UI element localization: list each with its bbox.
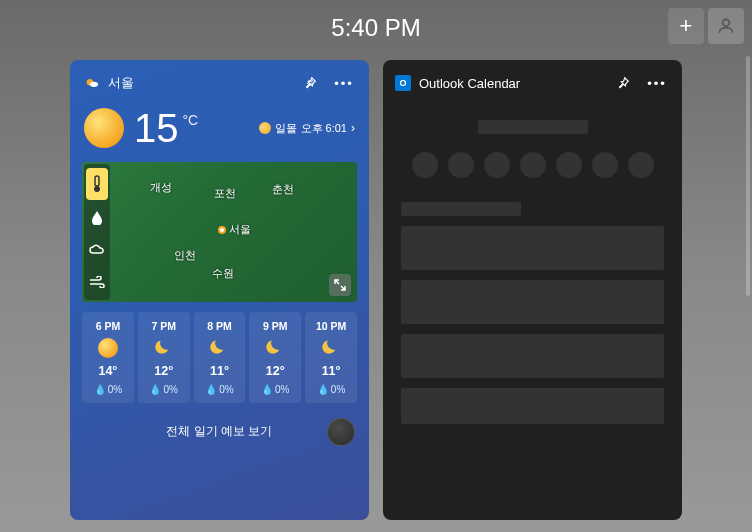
hour-temp: 11°	[322, 364, 341, 378]
expand-icon	[334, 279, 346, 291]
hour-col[interactable]: 10 PM 11° 💧0%	[305, 312, 357, 403]
skeleton-pill	[448, 152, 474, 178]
hour-col[interactable]: 9 PM 12° 💧0%	[249, 312, 301, 403]
hour-temp: 11°	[210, 364, 229, 378]
hour-temp: 12°	[154, 364, 173, 378]
svg-point-4	[94, 186, 100, 192]
top-bar: 5:40 PM +	[0, 0, 752, 56]
pin-icon	[616, 76, 630, 90]
skeleton-block	[401, 388, 664, 424]
hour-temp: 12°	[266, 364, 285, 378]
map-label-pocheon: 포천	[214, 186, 236, 201]
chevron-right-icon: ›	[351, 121, 355, 135]
skeleton-block	[401, 334, 664, 378]
outlook-header: O Outlook Calendar •••	[383, 60, 682, 106]
map-label-suwon: 수원	[212, 266, 234, 281]
drop-icon	[91, 211, 103, 225]
hour-label: 6 PM	[96, 320, 121, 332]
drop-icon: 💧	[94, 384, 106, 395]
hour-rain: 💧0%	[94, 384, 122, 395]
drop-icon: 💧	[261, 384, 273, 395]
skeleton-line	[401, 202, 521, 216]
add-widget-button[interactable]: +	[668, 8, 704, 44]
skeleton-block	[401, 226, 664, 270]
outlook-icon: O	[395, 75, 411, 91]
cloud-icon	[89, 244, 105, 256]
hour-label: 7 PM	[151, 320, 176, 332]
skeleton-block	[401, 280, 664, 324]
thermometer-icon	[91, 175, 103, 193]
hour-label: 10 PM	[316, 320, 346, 332]
full-forecast-link[interactable]: 전체 일기 예보 보기	[84, 413, 355, 450]
pin-button[interactable]	[297, 70, 323, 96]
pin-button[interactable]	[610, 70, 636, 96]
current-weather: 15 °C 일몰 오후 6:01 ›	[70, 104, 369, 156]
drop-icon: 💧	[205, 384, 217, 395]
wind-icon	[89, 276, 105, 288]
skeleton-pill	[628, 152, 654, 178]
sunset-icon	[259, 122, 271, 134]
scrollbar[interactable]	[746, 56, 750, 296]
map-label-gaeseong: 개성	[150, 180, 172, 195]
map-expand-button[interactable]	[329, 274, 351, 296]
hour-label: 9 PM	[263, 320, 288, 332]
hour-temp: 14°	[98, 364, 117, 378]
sunset-label: 일몰 오후 6:01	[275, 121, 347, 136]
outlook-title: Outlook Calendar	[419, 76, 602, 91]
top-buttons: +	[668, 8, 744, 44]
provider-avatar[interactable]	[327, 418, 355, 446]
weather-map[interactable]: 개성 포천 춘천 서울 인천 수원	[82, 162, 357, 302]
hour-col[interactable]: 8 PM 11° 💧0%	[194, 312, 246, 403]
skeleton-pill	[484, 152, 510, 178]
more-button[interactable]: •••	[644, 70, 670, 96]
hour-label: 8 PM	[207, 320, 232, 332]
hour-rain: 💧0%	[317, 384, 345, 395]
more-button[interactable]: •••	[331, 70, 357, 96]
hour-rain: 💧0%	[261, 384, 289, 395]
sun-icon	[98, 338, 118, 358]
map-marker-icon	[218, 226, 226, 234]
hour-col[interactable]: 7 PM 12° 💧0%	[138, 312, 190, 403]
location-label: 서울	[108, 74, 289, 92]
skeleton-pill	[412, 152, 438, 178]
clock-time: 5:40 PM	[331, 14, 420, 42]
map-label-seoul: 서울	[229, 222, 251, 237]
map-tab-precipitation[interactable]	[84, 202, 110, 234]
moon-icon	[265, 338, 285, 358]
svg-point-2	[90, 82, 98, 87]
temp-unit: °C	[183, 112, 199, 128]
hourly-forecast: 6 PM 14° 💧0% 7 PM 12° 💧0% 8 PM 11° 💧0% 9…	[70, 308, 369, 403]
skeleton-pill	[592, 152, 618, 178]
plus-icon: +	[680, 13, 693, 39]
map-layer-tabs	[84, 164, 110, 300]
map-tab-cloud[interactable]	[84, 234, 110, 266]
person-icon	[716, 16, 736, 36]
drop-icon: 💧	[317, 384, 329, 395]
full-forecast-label: 전체 일기 예보 보기	[166, 423, 272, 440]
ellipsis-icon: •••	[647, 76, 667, 91]
widgets-panel: 서울 ••• 15 °C 일몰 오후 6:01 ›	[0, 56, 752, 520]
temperature: 15 °C	[134, 108, 198, 148]
moon-icon	[209, 338, 229, 358]
skeleton-day-pills	[401, 134, 664, 192]
map-label-chuncheon: 춘천	[272, 182, 294, 197]
map-marker-seoul: 서울	[218, 222, 251, 237]
svg-point-0	[723, 19, 730, 26]
skeleton-pill	[520, 152, 546, 178]
map-tab-wind[interactable]	[84, 266, 110, 298]
weather-widget: 서울 ••• 15 °C 일몰 오후 6:01 ›	[70, 60, 369, 520]
weather-header: 서울 •••	[70, 60, 369, 104]
outlook-calendar-widget: O Outlook Calendar •••	[383, 60, 682, 520]
ellipsis-icon: •••	[334, 76, 354, 91]
drop-icon: 💧	[149, 384, 161, 395]
hour-rain: 💧0%	[205, 384, 233, 395]
map-label-incheon: 인천	[174, 248, 196, 263]
moon-icon	[154, 338, 174, 358]
temp-value: 15	[134, 108, 179, 148]
hour-rain: 💧0%	[149, 384, 177, 395]
map-tab-temperature[interactable]	[86, 168, 108, 200]
profile-button[interactable]	[708, 8, 744, 44]
weather-icon	[84, 75, 100, 91]
sunset-link[interactable]: 일몰 오후 6:01 ›	[259, 121, 355, 136]
hour-col[interactable]: 6 PM 14° 💧0%	[82, 312, 134, 403]
